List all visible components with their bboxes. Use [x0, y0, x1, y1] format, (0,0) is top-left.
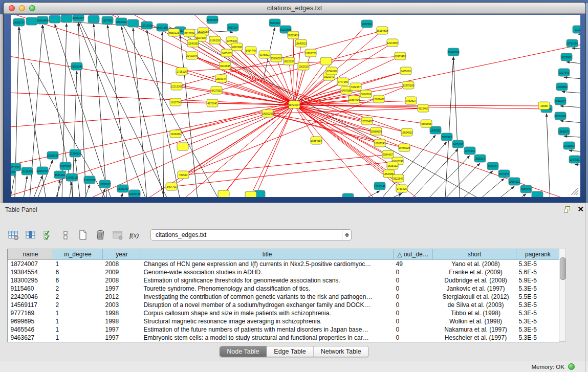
table-row[interactable]: 2242004622012Investigating the contribut…: [8, 293, 560, 301]
network-node[interactable]: 15692971: [558, 127, 570, 135]
network-node[interactable]: 8660123: [168, 29, 180, 36]
network-node[interactable]: 10653257: [73, 15, 84, 21]
network-node[interactable]: 2867608: [231, 43, 243, 51]
network-node[interactable]: 9699695: [421, 120, 432, 127]
network-node[interactable]: 16648784: [448, 48, 459, 56]
table-select-dropdown[interactable]: citations_edges.txt: [150, 229, 352, 240]
network-node[interactable]: 3915463: [11, 168, 16, 176]
network-node[interactable]: [61, 15, 72, 23]
network-node[interactable]: 12444121: [555, 97, 566, 105]
network-node[interactable]: 1527602: [102, 16, 113, 24]
network-node[interactable]: [49, 15, 60, 23]
network-node[interactable]: 12213369: [171, 82, 182, 90]
network-node[interactable]: 15958: [538, 102, 550, 110]
network-node[interactable]: 8427552: [211, 86, 222, 94]
network-node[interactable]: 20206526: [47, 151, 58, 159]
network-node[interactable]: 6479197: [452, 140, 464, 148]
network-node[interactable]: 11125: [573, 26, 580, 33]
table-row[interactable]: 1456911722003Disruption of a novel membe…: [8, 301, 560, 309]
table-row[interactable]: 946362711997Embryonic stem cells: a mode…: [8, 334, 560, 342]
network-node[interactable]: 7462667: [350, 83, 361, 91]
network-node[interactable]: 17016504: [563, 142, 575, 149]
select-rows-icon[interactable]: [42, 229, 54, 241]
network-canvas[interactable]: 2405572420891406106532571527602846616010…: [11, 15, 580, 197]
network-node[interactable]: 18724007: [289, 101, 300, 108]
network-window-titlebar[interactable]: citations_edges.txt: [4, 3, 585, 14]
network-node[interactable]: 17359924: [70, 149, 81, 157]
network-node[interactable]: 22420046: [186, 52, 198, 59]
network-node[interactable]: 3475685: [221, 49, 232, 57]
table-row[interactable]: 1872400712008Changes of HCN gene express…: [8, 260, 560, 269]
table-scrollbar[interactable]: [559, 249, 566, 342]
network-node[interactable]: 5958923: [441, 133, 452, 141]
network-node[interactable]: 19654923: [401, 128, 412, 136]
network-node[interactable]: 12975185: [403, 81, 414, 89]
network-node[interactable]: 12093852: [556, 83, 568, 91]
column-header-short[interactable]: short: [433, 249, 516, 260]
network-node[interactable]: 2087682: [361, 20, 373, 28]
network-node[interactable]: 9242848: [220, 62, 231, 70]
network-node[interactable]: 8912954: [184, 29, 195, 37]
float-panel-icon[interactable]: [564, 206, 571, 213]
network-node[interactable]: 18640910: [295, 39, 307, 47]
table-column-icon[interactable]: [25, 229, 37, 241]
network-node[interactable]: 1645194: [54, 171, 66, 179]
network-node[interactable]: 15720407: [361, 117, 373, 125]
network-node[interactable]: [320, 57, 332, 65]
column-header-out_de[interactable]: △ out_de…: [394, 249, 433, 260]
table-row[interactable]: 977716911998Corpus callosum shape and si…: [8, 309, 560, 317]
network-node[interactable]: 9129966: [561, 53, 572, 61]
network-node[interactable]: 12942757: [37, 167, 48, 174]
network-node[interactable]: 16961758: [305, 49, 316, 57]
network-node[interactable]: 3624574: [360, 90, 372, 98]
table-settings-icon[interactable]: [7, 229, 19, 241]
network-node[interactable]: 9245052: [520, 185, 532, 193]
network-node[interactable]: 20364436: [349, 96, 360, 103]
network-node[interactable]: 19756928: [399, 144, 410, 151]
network-node[interactable]: 2718126: [176, 68, 187, 75]
network-node[interactable]: 6794028: [326, 67, 337, 75]
network-node[interactable]: 1167531: [569, 156, 580, 163]
table-row[interactable]: 911546021997Tourette syndrome. Phenomeno…: [8, 285, 560, 293]
network-node[interactable]: 10543382: [187, 39, 199, 47]
network-node[interactable]: [177, 143, 188, 150]
network-node[interactable]: [88, 15, 99, 23]
network-node[interactable]: 1916686: [170, 130, 181, 138]
merge-tables-icon[interactable]: [59, 229, 72, 241]
network-node[interactable]: 18325419: [288, 31, 299, 39]
network-node[interactable]: 1733426: [396, 185, 407, 192]
network-node[interactable]: 8822037: [284, 57, 295, 65]
network-node[interactable]: 10719155: [141, 21, 153, 29]
network-node[interactable]: 9777169: [337, 78, 349, 85]
network-node[interactable]: 1640953: [430, 126, 441, 134]
network-node[interactable]: 16154838: [377, 27, 388, 34]
network-node[interactable]: 9146821: [259, 51, 270, 58]
network-node[interactable]: 10958187: [99, 180, 111, 188]
network-node[interactable]: 16671355: [157, 24, 168, 31]
network-node[interactable]: 11156829: [21, 167, 33, 175]
network-node[interactable]: 10807487: [373, 95, 384, 103]
delete-icon[interactable]: [94, 229, 106, 241]
network-node[interactable]: 10688609: [371, 127, 382, 135]
import-table-disabled-icon[interactable]: [112, 229, 124, 241]
network-node[interactable]: 8813054: [269, 19, 280, 27]
network-node[interactable]: 9115460: [418, 104, 429, 112]
network-node[interactable]: 2803144: [215, 75, 227, 82]
network-node[interactable]: 2935114: [474, 155, 486, 162]
table-row[interactable]: 969969511998Structural magnetic resonanc…: [8, 317, 560, 325]
network-node[interactable]: 1362615: [298, 62, 309, 70]
column-header-title[interactable]: title: [141, 249, 394, 260]
network-node[interactable]: 16210643: [555, 112, 566, 120]
column-header-pagerank[interactable]: pagerank: [516, 249, 560, 260]
network-node[interactable]: 7485063: [400, 67, 411, 75]
network-node[interactable]: 18300295: [262, 110, 273, 117]
network-node[interactable]: 782543: [178, 171, 189, 179]
network-node[interactable]: 1615132: [387, 162, 398, 169]
network-node[interactable]: 15886520: [271, 54, 282, 62]
network-node[interactable]: [26, 17, 37, 25]
network-node[interactable]: [245, 191, 256, 197]
network-node[interactable]: 18807243: [374, 139, 385, 147]
network-node[interactable]: 15751074: [567, 39, 578, 47]
table-row[interactable]: 946554611997Estimation of the future num…: [8, 325, 560, 334]
network-node[interactable]: 10973493: [395, 52, 406, 60]
